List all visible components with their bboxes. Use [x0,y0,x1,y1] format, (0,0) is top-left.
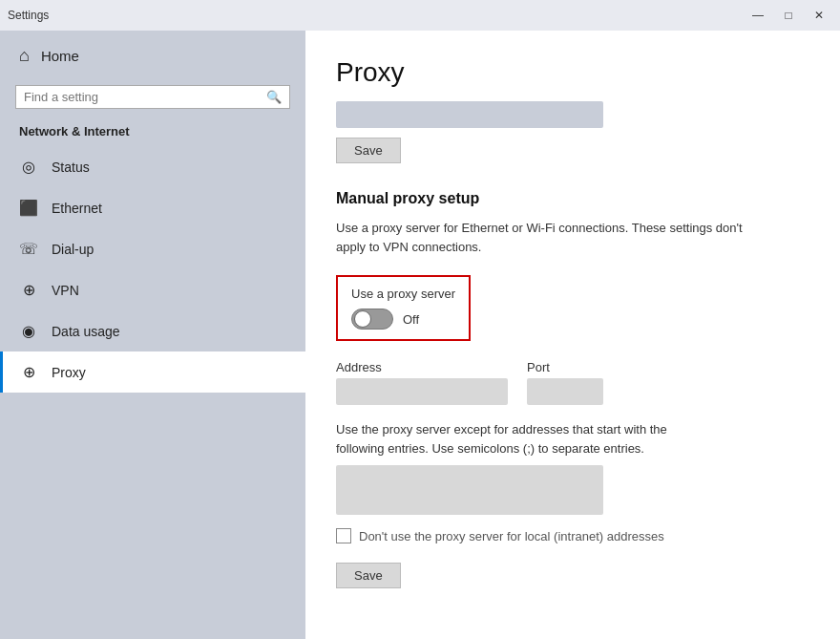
address-field-group: Address [336,360,508,405]
sidebar-item-ethernet[interactable]: ⬛ Ethernet [0,187,305,228]
sidebar: ⌂ Home 🔍 Network & Internet ◎ Status ⬛ E… [0,31,305,639]
titlebar-title: Settings [8,9,49,22]
home-icon: ⌂ [19,46,30,66]
app-body: ⌂ Home 🔍 Network & Internet ◎ Status ⬛ E… [0,31,840,639]
save-top-button[interactable]: Save [336,138,401,163]
toggle-knob [354,310,371,328]
exceptions-textarea[interactable] [336,465,603,515]
dialup-icon: ☏ [19,240,38,258]
sidebar-item-dialup[interactable]: ☏ Dial-up [0,228,305,269]
titlebar-controls: — □ ✕ [745,6,832,25]
local-intranet-checkbox[interactable] [336,528,351,543]
sidebar-item-home[interactable]: ⌂ Home [0,31,305,81]
search-input[interactable] [24,90,266,104]
save-bottom-button[interactable]: Save [336,563,401,588]
content-panel: Proxy Save Manual proxy setup Use a prox… [305,31,840,639]
proxy-toggle-box: Use a proxy server Off [336,275,471,341]
manual-proxy-description: Use a proxy server for Ethernet or Wi-Fi… [336,219,775,256]
local-intranet-checkbox-row: Don't use the proxy server for local (in… [336,528,809,543]
sidebar-section-label: Network & Internet [0,120,305,146]
port-label: Port [527,360,603,374]
close-button[interactable]: ✕ [806,6,832,25]
datausage-icon: ◉ [19,322,38,340]
ethernet-icon: ⬛ [19,199,38,217]
use-proxy-label: Use a proxy server [351,287,455,301]
search-icon: 🔍 [266,90,282,104]
sidebar-item-datausage[interactable]: ◉ Data usage [0,310,305,351]
port-input[interactable] [527,378,603,405]
titlebar: Settings — □ ✕ [0,0,840,31]
page-title: Proxy [336,57,809,88]
sidebar-item-status[interactable]: ◎ Status [0,146,305,187]
top-input-bar [336,101,603,128]
minimize-button[interactable]: — [745,6,771,25]
toggle-row: Off [351,309,455,330]
status-icon: ◎ [19,158,38,176]
address-port-row: Address Port [336,360,809,405]
sidebar-item-vpn[interactable]: ⊕ VPN [0,269,305,310]
toggle-state-label: Off [403,312,419,327]
maximize-button[interactable]: □ [775,6,802,25]
vpn-icon: ⊕ [19,281,38,299]
proxy-toggle-switch[interactable] [351,309,393,330]
home-label: Home [41,48,79,64]
sidebar-item-proxy[interactable]: ⊕ Proxy [0,351,305,393]
search-box[interactable]: 🔍 [15,85,290,109]
proxy-icon: ⊕ [19,363,38,381]
port-field-group: Port [527,360,603,405]
manual-proxy-section-title: Manual proxy setup [336,190,809,207]
except-description: Use the proxy server except for addresse… [336,420,718,458]
address-input[interactable] [336,378,508,405]
address-label: Address [336,360,508,374]
local-intranet-label: Don't use the proxy server for local (in… [359,529,664,543]
